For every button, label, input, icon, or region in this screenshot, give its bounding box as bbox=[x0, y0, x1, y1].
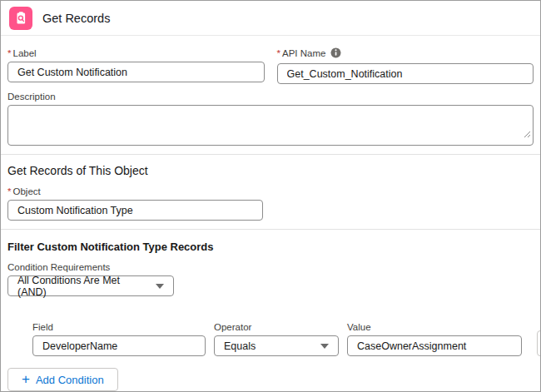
condition-field-input[interactable] bbox=[32, 335, 206, 356]
object-input[interactable] bbox=[7, 200, 263, 221]
object-field-label: *Object bbox=[7, 186, 263, 197]
api-name-input[interactable] bbox=[277, 63, 534, 84]
add-condition-label: Add Condition bbox=[36, 374, 104, 386]
condition-field-column: Field bbox=[32, 321, 206, 356]
object-section: Get Records of This Object *Object bbox=[1, 154, 540, 229]
filter-section-heading: Filter Custom Notification Type Records bbox=[7, 235, 534, 255]
description-field-label: Description bbox=[7, 91, 534, 102]
condition-value-column: Value bbox=[347, 321, 522, 356]
description-textarea[interactable] bbox=[7, 105, 534, 146]
condition-requirements-label: Condition Requirements bbox=[7, 261, 174, 273]
filter-section: Filter Custom Notification Type Records … bbox=[1, 229, 540, 392]
label-field-label: *Label bbox=[7, 47, 265, 59]
condition-operator-label: Operator bbox=[214, 321, 339, 333]
condition-row: Field Operator Equals Value bbox=[32, 321, 534, 356]
label-input[interactable] bbox=[7, 62, 265, 82]
chevron-down-icon bbox=[320, 344, 329, 349]
panel-header: Get Records bbox=[1, 1, 540, 36]
add-condition-button[interactable]: + Add Condition bbox=[7, 368, 118, 391]
object-section-heading: Get Records of This Object bbox=[7, 160, 534, 179]
condition-operator-value: Equals bbox=[224, 340, 256, 352]
delete-condition-button[interactable] bbox=[537, 330, 541, 356]
required-marker: * bbox=[277, 48, 280, 58]
name-section: *Label *API Name Description bbox=[1, 36, 540, 154]
condition-operator-select[interactable]: Equals bbox=[214, 335, 339, 356]
api-name-field-label: *API Name bbox=[277, 47, 534, 61]
chevron-down-icon bbox=[156, 284, 164, 289]
required-marker: * bbox=[7, 186, 11, 196]
description-field: Description bbox=[7, 91, 534, 146]
get-records-icon bbox=[9, 7, 32, 30]
info-icon[interactable] bbox=[330, 47, 341, 61]
required-marker: * bbox=[7, 48, 11, 58]
condition-requirements-select[interactable]: All Conditions Are Met (AND) bbox=[7, 275, 174, 296]
condition-value-label: Value bbox=[347, 321, 522, 333]
plus-icon: + bbox=[22, 372, 30, 386]
panel-title: Get Records bbox=[42, 12, 110, 25]
condition-value-input[interactable] bbox=[347, 335, 522, 356]
object-field: *Object bbox=[7, 186, 263, 221]
get-records-panel: Get Records *Label *API Name Description bbox=[0, 0, 541, 392]
condition-operator-column: Operator Equals bbox=[214, 321, 339, 356]
api-name-field: *API Name bbox=[277, 41, 534, 84]
label-field: *Label bbox=[7, 41, 265, 84]
condition-field-label: Field bbox=[32, 321, 206, 333]
condition-requirements-field: Condition Requirements All Conditions Ar… bbox=[7, 261, 174, 296]
condition-requirements-value: All Conditions Are Met (AND) bbox=[17, 275, 149, 298]
